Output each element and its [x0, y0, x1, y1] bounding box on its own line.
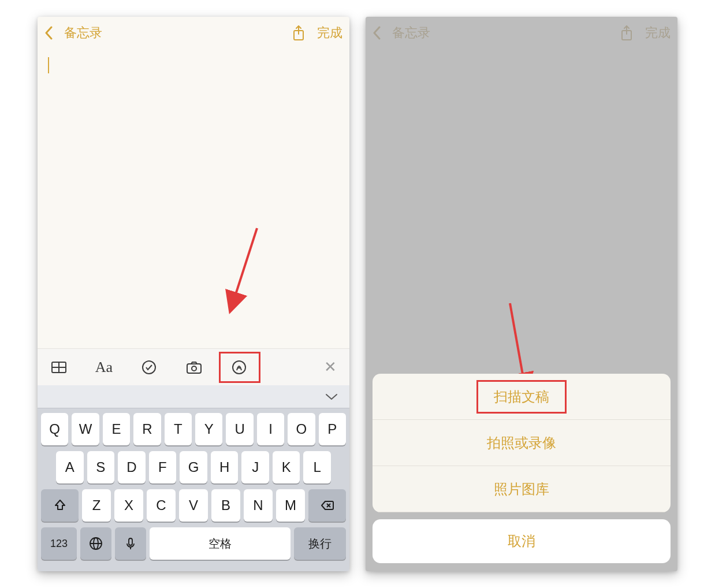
chevron-back-icon: [373, 26, 381, 40]
share-button[interactable]: [292, 25, 306, 41]
dimmed-backdrop[interactable]: [366, 49, 677, 374]
shift-icon: [53, 498, 67, 512]
action-scan-documents[interactable]: 扫描文稿: [373, 374, 671, 420]
key-space[interactable]: 空格: [150, 527, 291, 560]
svg-point-8: [192, 366, 196, 371]
action-cancel[interactable]: 取消: [373, 519, 671, 563]
checklist-icon[interactable]: [140, 359, 158, 376]
markup-icon[interactable]: [230, 359, 248, 376]
key-s[interactable]: S: [87, 451, 115, 483]
key-g[interactable]: G: [180, 451, 207, 483]
keyboard: Q W E R T Y U I O P A S D F G H J K L: [38, 385, 349, 571]
key-w[interactable]: W: [72, 413, 99, 445]
action-take-photo[interactable]: 拍照或录像: [373, 420, 671, 466]
key-backspace[interactable]: [308, 489, 346, 522]
svg-rect-16: [129, 538, 132, 545]
keyboard-row-3: Z X C V B N M: [41, 489, 346, 522]
key-l[interactable]: L: [303, 451, 331, 483]
globe-icon: [89, 537, 103, 550]
action-sheet-group: 扫描文稿 拍照或录像 照片图库: [373, 374, 671, 512]
key-f[interactable]: F: [149, 451, 177, 483]
text-cursor: [48, 57, 49, 73]
key-e[interactable]: E: [103, 413, 130, 445]
svg-line-2: [233, 228, 257, 303]
backspace-icon: [321, 498, 334, 512]
done-label-dimmed: 完成: [645, 24, 671, 42]
key-z[interactable]: Z: [82, 489, 111, 522]
key-r[interactable]: R: [133, 413, 161, 445]
key-n[interactable]: N: [244, 489, 273, 522]
close-toolbar-icon[interactable]: ✕: [324, 358, 337, 376]
svg-point-6: [143, 361, 155, 374]
back-button[interactable]: 备忘录: [44, 24, 102, 42]
key-return[interactable]: 换行: [294, 527, 346, 560]
back-label: 备忘录: [64, 24, 102, 42]
nav-bar: 备忘录 完成: [38, 17, 349, 49]
phone-left-notes-editor: 备忘录 完成 Aa: [38, 17, 349, 571]
key-shift[interactable]: [41, 489, 79, 522]
key-c[interactable]: C: [147, 489, 176, 522]
back-button-dimmed: 备忘录: [373, 24, 430, 42]
phone-right-action-sheet: 备忘录 完成 扫描文稿 拍照或录像 照片图库: [366, 17, 677, 571]
key-k[interactable]: K: [273, 451, 300, 483]
keyboard-row-1: Q W E R T Y U I O P: [41, 413, 346, 445]
key-x[interactable]: X: [114, 489, 143, 522]
key-y[interactable]: Y: [195, 413, 222, 445]
action-photo-library[interactable]: 照片图库: [373, 466, 671, 512]
keyboard-row-2: A S D F G H J K L: [41, 451, 346, 483]
format-toolbar: Aa ✕: [38, 348, 349, 385]
key-j[interactable]: J: [241, 451, 269, 483]
done-button[interactable]: 完成: [317, 24, 342, 42]
keyboard-collapse-button[interactable]: [38, 385, 349, 408]
key-globe[interactable]: [80, 527, 111, 560]
camera-icon[interactable]: [185, 359, 203, 376]
annotation-arrow-left: [222, 222, 269, 317]
svg-line-20: [510, 303, 524, 384]
key-v[interactable]: V: [179, 489, 208, 522]
key-o[interactable]: O: [288, 413, 315, 445]
key-t[interactable]: T: [165, 413, 192, 445]
key-a[interactable]: A: [56, 451, 84, 483]
key-p[interactable]: P: [319, 413, 346, 445]
key-h[interactable]: H: [211, 451, 239, 483]
key-q[interactable]: Q: [41, 413, 68, 445]
key-123[interactable]: 123: [41, 527, 77, 560]
table-icon[interactable]: [50, 359, 68, 376]
key-i[interactable]: I: [257, 413, 284, 445]
key-mic[interactable]: [115, 527, 146, 560]
back-label-dimmed: 备忘录: [392, 24, 430, 42]
key-u[interactable]: U: [226, 413, 253, 445]
keyboard-row-4: 123 空格 换行: [41, 527, 346, 560]
key-b[interactable]: B: [211, 489, 240, 522]
chevron-back-icon: [44, 26, 53, 40]
text-style-icon[interactable]: Aa: [95, 359, 113, 376]
action-sheet: 扫描文稿 拍照或录像 照片图库 取消: [366, 374, 677, 571]
svg-rect-7: [187, 364, 201, 373]
share-icon-dimmed: [620, 25, 634, 41]
key-m[interactable]: M: [276, 489, 305, 522]
mic-icon: [124, 537, 137, 550]
key-d[interactable]: D: [118, 451, 146, 483]
note-editor[interactable]: [38, 49, 349, 348]
nav-bar-dimmed: 备忘录 完成: [366, 17, 677, 49]
